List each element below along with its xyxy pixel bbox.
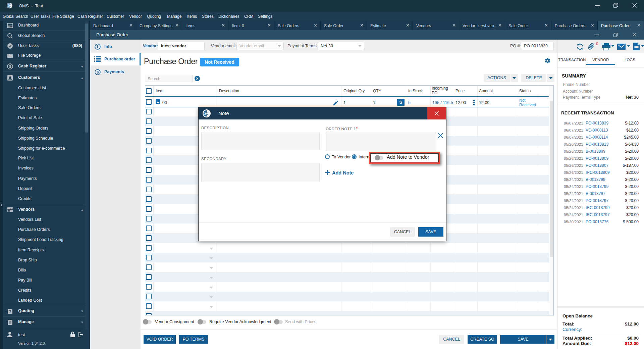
svg-text:$: $ <box>9 64 11 68</box>
svg-text:$: $ <box>97 70 99 74</box>
svg-text:?: ? <box>9 310 11 313</box>
